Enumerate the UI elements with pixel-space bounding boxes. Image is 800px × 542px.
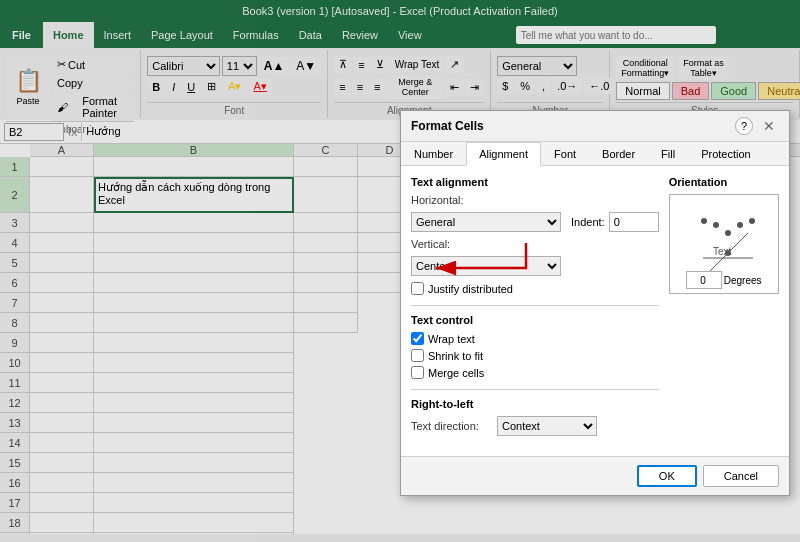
dialog-title: Format Cells <box>411 119 484 133</box>
degrees-input[interactable] <box>686 271 722 289</box>
vertical-label: Vertical: <box>411 238 491 250</box>
svg-point-2 <box>749 218 755 224</box>
wrap-text-row: Wrap text <box>411 332 659 345</box>
degrees-label: Degrees <box>724 275 762 286</box>
svg-point-3 <box>713 222 719 228</box>
shrink-to-fit-row: Shrink to fit <box>411 349 659 362</box>
vertical-row: Vertical: <box>411 238 659 250</box>
dialog-footer: OK Cancel <box>401 456 789 495</box>
text-direction-label: Text direction: <box>411 420 491 432</box>
dialog-right-col: Orientation <box>669 176 779 446</box>
tab-font[interactable]: Font <box>541 142 589 166</box>
tab-border[interactable]: Border <box>589 142 648 166</box>
svg-point-4 <box>701 218 707 224</box>
ok-button[interactable]: OK <box>637 465 697 487</box>
svg-point-0 <box>725 230 731 236</box>
justify-distributed-row: Justify distributed <box>411 282 659 295</box>
merge-cells-label: Merge cells <box>428 367 484 379</box>
shrink-to-fit-checkbox[interactable] <box>411 349 424 362</box>
justify-distributed-label: Justify distributed <box>428 283 513 295</box>
format-cells-dialog: Format Cells ? ✕ Number Alignment Font B… <box>400 110 790 496</box>
dialog-two-col: Text alignment Horizontal: General Inden… <box>411 176 779 446</box>
right-to-left-title: Right-to-left <box>411 398 659 410</box>
horizontal-row: Horizontal: <box>411 194 659 206</box>
text-alignment-title: Text alignment <box>411 176 659 188</box>
dialog-body: Text alignment Horizontal: General Inden… <box>401 166 789 456</box>
orientation-svg: Text <box>678 203 770 271</box>
merge-cells-checkbox[interactable] <box>411 366 424 379</box>
divider1 <box>411 305 659 306</box>
text-alignment-section: Text alignment Horizontal: General Inden… <box>411 176 659 295</box>
help-button[interactable]: ? <box>735 117 753 135</box>
dialog-overlay: Format Cells ? ✕ Number Alignment Font B… <box>0 0 800 542</box>
cancel-button[interactable]: Cancel <box>703 465 779 487</box>
shrink-to-fit-label: Shrink to fit <box>428 350 483 362</box>
svg-point-1 <box>737 222 743 228</box>
tab-fill[interactable]: Fill <box>648 142 688 166</box>
dialog-tabs: Number Alignment Font Border Fill Protec… <box>401 142 789 166</box>
dialog-title-bar: Format Cells ? ✕ <box>401 111 789 142</box>
merge-cells-row: Merge cells <box>411 366 659 379</box>
horizontal-select[interactable]: General <box>411 212 561 232</box>
tab-number[interactable]: Number <box>401 142 466 166</box>
dialog-left-col: Text alignment Horizontal: General Inden… <box>411 176 659 446</box>
text-direction-select[interactable]: Context <box>497 416 597 436</box>
divider2 <box>411 389 659 390</box>
justify-distributed-checkbox[interactable] <box>411 282 424 295</box>
wrap-text-label: Wrap text <box>428 333 475 345</box>
close-button[interactable]: ✕ <box>759 118 779 134</box>
horizontal-label: Horizontal: <box>411 194 491 206</box>
svg-text:Text: Text <box>713 246 732 257</box>
indent-label: Indent: <box>571 216 605 228</box>
right-to-left-section: Right-to-left Text direction: Context <box>411 398 659 436</box>
tab-alignment[interactable]: Alignment <box>466 142 541 166</box>
wrap-text-checkbox[interactable] <box>411 332 424 345</box>
text-control-title: Text control <box>411 314 659 326</box>
orientation-visual: Text Degrees <box>669 194 779 294</box>
text-control-section: Text control Wrap text Shrink to fit Mer… <box>411 314 659 379</box>
indent-input[interactable] <box>609 212 659 232</box>
tab-protection[interactable]: Protection <box>688 142 764 166</box>
vertical-select[interactable]: Center <box>411 256 561 276</box>
orientation-title: Orientation <box>669 176 779 188</box>
text-direction-row: Text direction: Context <box>411 416 659 436</box>
